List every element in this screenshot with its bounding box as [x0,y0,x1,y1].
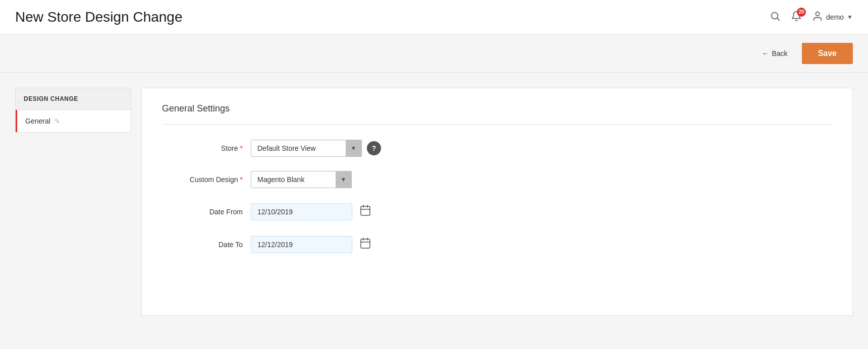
custom-design-field-row: Custom Design * Magento Blank ▼ [162,171,832,188]
notification-bell-wrap[interactable]: 20 [791,11,802,24]
sidebar-item-label: General [25,117,50,125]
date-to-field-row: Date To [162,235,832,254]
toolbar: ← Back Save [0,35,868,73]
page-header: New Store Design Change 20 [0,0,868,35]
search-icon[interactable] [770,11,781,24]
section-divider [162,124,832,125]
date-to-calendar-icon[interactable] [357,235,373,254]
svg-point-2 [816,12,819,15]
date-from-label: Date From [162,208,243,216]
custom-design-select[interactable]: Magento Blank [251,171,352,188]
save-button[interactable]: Save [802,43,853,64]
svg-point-0 [772,12,778,19]
notification-badge: 20 [797,8,806,17]
pencil-icon[interactable]: ✎ [55,118,60,125]
back-label: Back [772,49,788,57]
back-arrow-icon: ← [762,49,769,57]
custom-design-select-wrap: Magento Blank ▼ [251,171,352,188]
user-menu[interactable]: demo ▼ [812,11,853,24]
date-from-field-row: Date From [162,202,832,221]
store-required-star: * [240,144,243,152]
content-area: General Settings Store * Default Store V… [141,88,853,316]
main-content: DESIGN CHANGE General ✎ General Settings… [0,73,868,331]
section-title: General Settings [162,103,832,114]
date-from-calendar-icon[interactable] [357,202,373,221]
custom-design-required-star: * [240,176,243,184]
store-label: Store * [162,144,243,152]
custom-design-label: Custom Design * [162,176,243,184]
sidebar-section-header: DESIGN CHANGE [16,88,131,110]
page-title: New Store Design Change [15,9,183,25]
store-control-wrap: Default Store View ▼ ? [251,140,381,157]
user-icon [812,11,823,24]
sidebar-item-general[interactable]: General ✎ [16,110,131,132]
store-help-icon[interactable]: ? [367,141,381,155]
date-from-control-wrap [251,202,373,221]
store-select-wrap: Default Store View ▼ [251,140,362,157]
user-caret-icon: ▼ [847,14,853,21]
date-to-label: Date To [162,241,243,249]
date-from-input[interactable] [251,203,352,220]
store-field-row: Store * Default Store View ▼ ? [162,140,832,157]
store-select[interactable]: Default Store View [251,140,362,157]
svg-line-1 [777,18,779,20]
custom-design-control-wrap: Magento Blank ▼ [251,171,352,188]
back-button[interactable]: ← Back [756,45,794,62]
user-name: demo [826,13,844,21]
date-to-control-wrap [251,235,373,254]
svg-rect-7 [361,239,370,248]
date-to-input[interactable] [251,236,352,253]
sidebar: DESIGN CHANGE General ✎ [15,88,131,316]
header-actions: 20 demo ▼ [770,11,853,24]
svg-rect-3 [361,206,370,215]
sidebar-panel: DESIGN CHANGE General ✎ [15,88,131,133]
